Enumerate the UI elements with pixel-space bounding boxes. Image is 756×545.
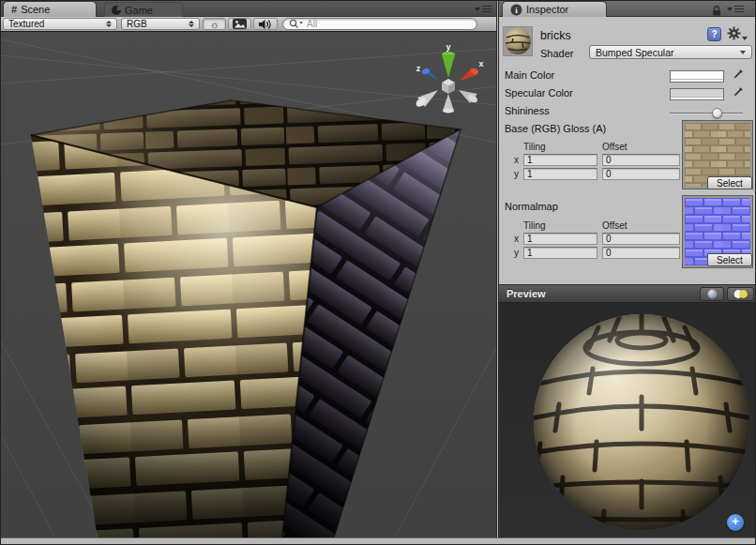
normal-offset-y-input[interactable]	[602, 247, 680, 259]
shininess-label: Shininess	[505, 105, 550, 116]
main-color-label: Main Color	[505, 69, 554, 81]
updown-arrows-icon	[106, 21, 112, 27]
lights-icon	[733, 289, 748, 299]
tab-game[interactable]: Game	[104, 2, 183, 17]
inspector-panel: i Inspector	[498, 1, 756, 537]
tab-scene[interactable]: # Scene	[3, 1, 97, 17]
speaker-icon	[258, 19, 273, 30]
shader-dropdown[interactable]: Bumped Specular	[589, 45, 752, 59]
inspector-tabstrip: i Inspector	[499, 1, 756, 17]
inspector-body: bricks ?	[499, 17, 756, 284]
normal-tiling-y-input[interactable]	[523, 247, 597, 259]
eyedropper-icon[interactable]	[731, 68, 744, 82]
brick-cube[interactable]	[31, 100, 461, 537]
eyedropper-icon[interactable]	[731, 86, 744, 99]
unity-editor-window: # Scene Game Textured RGB ☼	[0, 0, 756, 545]
base-offset-x-input[interactable]	[602, 154, 680, 166]
game-icon	[112, 6, 121, 15]
axis-x-label: x	[478, 59, 483, 68]
base-tiling-header: Tiling	[523, 142, 546, 152]
normal-offset-header: Offset	[602, 220, 627, 231]
base-offset-header: Offset	[602, 142, 627, 152]
scene-viewport[interactable]: y z x	[1, 32, 497, 537]
normal-select-button[interactable]: Select	[707, 253, 752, 266]
sphere-icon	[707, 289, 718, 299]
render-mode-dropdown[interactable]: RGB	[121, 18, 200, 30]
scene-tabstrip: # Scene Game	[1, 1, 497, 17]
base-offset-y-input[interactable]	[602, 168, 680, 180]
preview-header[interactable]: Preview	[499, 284, 756, 303]
scene-search-field[interactable]	[282, 18, 477, 30]
base-tiling-y-input[interactable]	[523, 168, 597, 180]
base-x-label: x	[514, 155, 519, 165]
normal-tiling-x-input[interactable]	[523, 233, 597, 245]
inspector-panel-menu-icon[interactable]	[727, 6, 744, 12]
shader-label: Shader	[540, 48, 573, 59]
scene-panel-menu-icon[interactable]	[475, 6, 491, 12]
add-button[interactable]: +	[727, 514, 744, 531]
updown-arrows-icon	[189, 21, 194, 27]
base-map-label: Base (RGB) Gloss (A)	[505, 123, 606, 134]
specular-color-swatch[interactable]	[670, 88, 724, 100]
draw-mode-dropdown[interactable]: Textured	[3, 18, 117, 30]
base-y-label: y	[514, 169, 519, 179]
scene-search-input[interactable]	[307, 19, 457, 29]
scene-grid-icon: #	[11, 4, 17, 15]
preview-lighting-button[interactable]	[727, 287, 754, 301]
lighting-toggle-button[interactable]: ☼	[203, 18, 226, 30]
axis-neg-y-cone[interactable]	[443, 94, 454, 111]
normal-tiling-header: Tiling	[523, 220, 546, 231]
plus-icon: +	[732, 514, 739, 528]
base-tiling-x-input[interactable]	[523, 154, 597, 166]
base-select-button[interactable]: Select	[707, 176, 752, 189]
preview-title: Preview	[507, 288, 546, 299]
normal-y-label: y	[514, 248, 519, 258]
preview-shape-button[interactable]	[700, 287, 724, 301]
tab-scene-label: Scene	[21, 4, 50, 15]
info-icon: i	[510, 4, 522, 16]
chevron-down-icon	[740, 51, 746, 54]
audio-toggle-button[interactable]	[253, 18, 278, 30]
tab-game-label: Game	[125, 5, 153, 16]
scene-toolbar: Textured RGB ☼	[1, 17, 497, 32]
gear-icon[interactable]	[727, 26, 748, 40]
shininess-knob[interactable]	[712, 108, 722, 118]
normal-offset-x-input[interactable]	[602, 233, 680, 245]
shininess-slider[interactable]	[670, 113, 743, 114]
axis-z-label: z	[416, 64, 421, 73]
image-icon	[233, 19, 247, 29]
tab-inspector[interactable]: i Inspector	[502, 1, 607, 17]
axis-y-cone[interactable]	[442, 54, 455, 78]
search-icon	[289, 19, 304, 29]
tab-inspector-label: Inspector	[526, 4, 568, 15]
normal-map-label: Normalmap	[505, 201, 558, 212]
window-bottom-strip	[1, 537, 756, 545]
specular-color-label: Specular Color	[505, 87, 573, 98]
sun-icon: ☼	[209, 20, 219, 29]
material-name: bricks	[540, 29, 571, 42]
help-icon[interactable]: ?	[707, 27, 721, 41]
axis-y-label: y	[446, 42, 450, 52]
preview-area[interactable]: +	[499, 303, 756, 537]
normal-x-label: x	[514, 234, 519, 244]
preview-sphere	[499, 303, 756, 537]
material-thumbnail[interactable]	[503, 26, 533, 56]
skybox-toggle-button[interactable]	[228, 18, 251, 30]
main-color-swatch[interactable]	[670, 70, 724, 83]
